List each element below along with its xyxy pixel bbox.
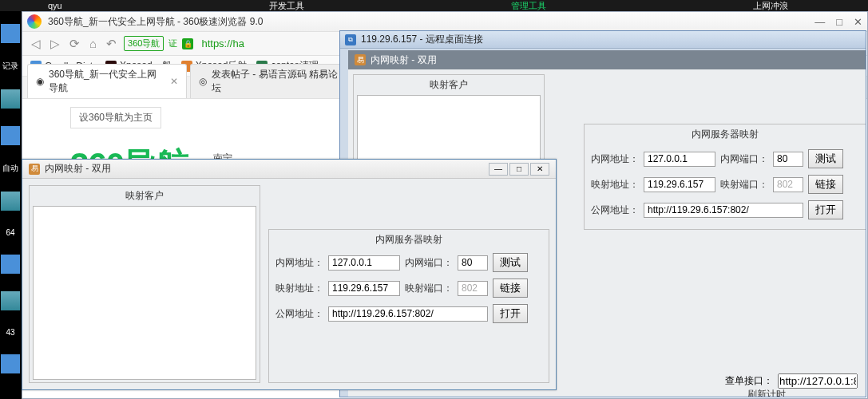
- map-port-input[interactable]: [773, 177, 803, 192]
- app-titlebar[interactable]: 易 内网映射 - 双用 — □ ✕: [22, 160, 556, 179]
- inner-addr-label: 内网地址：: [275, 256, 323, 270]
- rdp-icon: ⧉: [345, 34, 356, 45]
- inner-port-label: 内网端口：: [405, 256, 453, 270]
- tab-label: 发表帖子 - 易语言源码 精易论坛: [212, 68, 341, 95]
- desktop-icon[interactable]: [1, 291, 20, 310]
- map-addr-label: 映射地址：: [275, 282, 323, 295]
- minimize-icon[interactable]: —: [489, 163, 508, 176]
- tab-favicon-icon: ◉: [36, 76, 44, 87]
- top-label-left: qyu: [48, 1, 62, 10]
- inner-port-input[interactable]: [458, 255, 488, 271]
- remote-app-titlebar[interactable]: 易 内网映射 - 双用: [348, 50, 866, 69]
- client-panel: 映射客户: [29, 185, 260, 383]
- open-button[interactable]: 打开: [808, 200, 843, 219]
- forward-icon[interactable]: ▷: [48, 37, 62, 51]
- local-app-window: 易 内网映射 - 双用 — □ ✕ 映射客户 内网服务器映射 内网地址： 内网端…: [22, 159, 557, 390]
- desktop-label: 记录: [2, 61, 18, 72]
- query-iface-label: 查单接口：: [725, 374, 773, 388]
- set-homepage-button[interactable]: 设360导航为主页: [70, 107, 161, 128]
- home-icon[interactable]: ⌂: [87, 37, 99, 50]
- desktop-label: 自动: [2, 163, 18, 174]
- test-button[interactable]: 测试: [808, 149, 843, 168]
- pub-addr-label: 公网地址：: [591, 203, 639, 217]
- top-label-mgmt: 管理工具: [511, 0, 546, 12]
- server-panel: 内网服务器映射 内网地址： 内网端口： 测试 映射地址： 映射端口： 链接 公网…: [584, 124, 866, 230]
- pub-addr-input[interactable]: [644, 203, 803, 218]
- map-port-input[interactable]: [458, 281, 488, 296]
- app-icon: 易: [355, 54, 366, 65]
- minimize-icon[interactable]: —: [814, 16, 825, 28]
- app-title-text: 内网映射 - 双用: [45, 162, 489, 176]
- close-icon[interactable]: ✕: [854, 16, 862, 28]
- close-icon[interactable]: ✕: [530, 163, 549, 176]
- tab-favicon-icon: ◎: [199, 76, 207, 87]
- back-icon[interactable]: ◁: [29, 37, 43, 51]
- tab-label: 360导航_新一代安全上网导航: [49, 68, 165, 95]
- open-button[interactable]: 打开: [493, 304, 528, 323]
- desktop-icon[interactable]: [1, 89, 20, 109]
- desktop-label: 64: [6, 228, 14, 237]
- client-panel-title: 映射客户: [33, 189, 256, 203]
- browser-titlebar[interactable]: 360导航_新一代安全上网导航 - 360极速浏览器 9.0 — □ ✕: [22, 12, 867, 32]
- test-button[interactable]: 测试: [493, 253, 528, 272]
- client-panel-title: 映射客户: [357, 78, 541, 92]
- browser-title-text: 360导航_新一代安全上网导航 - 360极速浏览器 9.0: [48, 15, 814, 29]
- inner-port-input[interactable]: [773, 152, 803, 167]
- map-addr-label: 映射地址：: [591, 178, 639, 192]
- link-button[interactable]: 链接: [808, 175, 843, 194]
- map-addr-input[interactable]: [328, 281, 400, 296]
- desktop-label: 43: [6, 328, 14, 337]
- desktop-icon[interactable]: [1, 354, 20, 373]
- map-port-label: 映射端口：: [405, 282, 453, 295]
- address-url[interactable]: https://ha: [201, 38, 244, 49]
- server-panel-title: 内网服务器映射: [272, 233, 545, 247]
- tab-close-icon[interactable]: ✕: [170, 76, 178, 87]
- refresh-timer-label: 刷新计时: [747, 388, 786, 397]
- address-site-tag: 360导航: [124, 36, 164, 51]
- server-panel-title: 内网服务器映射: [588, 128, 862, 141]
- top-label-net: 上网冲浪: [753, 0, 788, 12]
- map-addr-input[interactable]: [644, 177, 715, 192]
- inner-addr-input[interactable]: [328, 255, 400, 271]
- map-port-label: 映射端口：: [720, 178, 768, 192]
- tab-inactive[interactable]: ◎ 发表帖子 - 易语言源码 精易论坛: [190, 64, 350, 98]
- desktop-taskbar-top: qyu 开发工具 管理工具 上网冲浪: [0, 0, 868, 11]
- pub-addr-input[interactable]: [328, 306, 488, 322]
- inner-addr-input[interactable]: [644, 152, 715, 167]
- browser-logo-icon: [27, 14, 42, 29]
- client-listbox[interactable]: [33, 206, 256, 380]
- maximize-icon[interactable]: □: [509, 163, 529, 176]
- pub-addr-label: 公网地址：: [275, 307, 323, 321]
- undo-icon[interactable]: ↶: [104, 37, 119, 51]
- reload-icon[interactable]: ⟳: [67, 37, 82, 51]
- maximize-icon[interactable]: □: [836, 16, 842, 28]
- desktop-icon[interactable]: [1, 126, 20, 145]
- query-iface-input[interactable]: [778, 373, 858, 389]
- desktop-icon[interactable]: [1, 255, 20, 274]
- server-panel: 内网服务器映射 内网地址： 内网端口： 测试 映射地址： 映射端口： 链接 公网…: [268, 229, 549, 383]
- lock-icon: 🔒: [182, 38, 193, 49]
- desktop-icon[interactable]: [1, 24, 20, 43]
- app-icon: 易: [29, 164, 40, 175]
- top-label-dev: 开发工具: [269, 0, 304, 12]
- tab-active[interactable]: ◉ 360导航_新一代安全上网导航 ✕: [27, 64, 187, 98]
- remote-app-title: 内网映射 - 双用: [371, 53, 437, 67]
- rdp-titlebar[interactable]: ⧉ 119.29.6.157 - 远程桌面连接: [340, 31, 866, 49]
- rdp-title-text: 119.29.6.157 - 远程桌面连接: [361, 33, 861, 46]
- inner-port-label: 内网端口：: [720, 152, 768, 166]
- link-button[interactable]: 链接: [493, 279, 528, 298]
- desktop-icon[interactable]: [1, 192, 20, 211]
- remote-bottom-bar: 查单接口：: [717, 365, 866, 397]
- inner-addr-label: 内网地址：: [591, 152, 639, 166]
- desktop-icons-strip: 记录 自动 64 43: [0, 24, 21, 373]
- address-cert-tag: 证: [168, 38, 177, 49]
